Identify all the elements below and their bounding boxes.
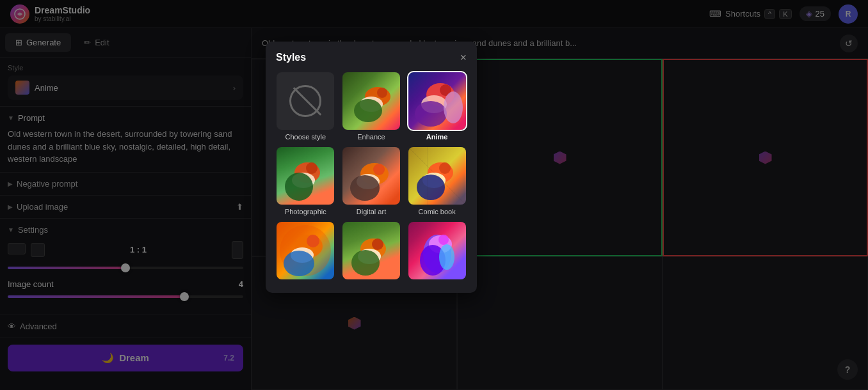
svg-point-28 — [307, 235, 319, 247]
style-item-comic-img — [408, 147, 466, 205]
style-item-digital-art[interactable]: Digital art — [342, 147, 401, 215]
style-item-anime[interactable]: Anime — [407, 72, 467, 141]
svg-point-17 — [350, 175, 380, 201]
svg-point-29 — [284, 251, 314, 276]
style-item-row2-1[interactable] — [276, 222, 335, 283]
style-item-comic-label: Comic book — [419, 208, 456, 215]
no-style-icon — [289, 85, 321, 117]
modal-title: Styles — [276, 52, 306, 63]
style-item-row2-3[interactable] — [407, 222, 467, 283]
styles-grid: Choose style Enhance — [276, 72, 467, 283]
svg-point-33 — [351, 250, 380, 276]
style-item-photographic-img — [277, 147, 334, 205]
svg-point-8 — [415, 101, 447, 127]
svg-point-16 — [373, 164, 385, 175]
style-item-row2-2-img — [342, 222, 400, 279]
style-item-photographic-label: Photographic — [285, 208, 326, 215]
svg-point-3 — [377, 88, 387, 98]
svg-point-13 — [285, 173, 313, 201]
modal-header: Styles × — [276, 52, 467, 63]
style-item-digital-img — [342, 147, 400, 205]
modal-close-button[interactable]: × — [460, 52, 467, 63]
style-item-photographic[interactable]: Photographic — [276, 147, 335, 215]
style-item-enhance[interactable]: Enhance — [342, 72, 401, 141]
svg-point-21 — [439, 162, 451, 174]
style-item-enhance-label: Enhance — [357, 133, 385, 141]
style-item-enhance-img — [342, 72, 400, 130]
choose-style-thumb — [277, 72, 334, 130]
style-item-row2-1-img — [277, 222, 334, 279]
style-item-row2-2[interactable] — [342, 222, 401, 283]
style-item-anime-label: Anime — [426, 133, 448, 141]
styles-modal: Styles × Choose style — [266, 42, 477, 293]
style-item-choose-label: Choose style — [285, 133, 326, 141]
svg-point-4 — [354, 99, 382, 122]
svg-point-32 — [372, 238, 383, 250]
svg-point-38 — [439, 244, 454, 270]
style-item-anime-img — [408, 72, 466, 130]
style-item-row2-3-img — [408, 222, 466, 279]
style-item-choose[interactable]: Choose style — [276, 72, 335, 141]
svg-point-9 — [444, 91, 463, 123]
style-item-comic-book[interactable]: Comic book — [407, 147, 467, 215]
svg-point-22 — [417, 175, 445, 200]
svg-point-12 — [306, 162, 317, 174]
modal-overlay: Styles × Choose style — [0, 0, 868, 390]
style-item-digital-label: Digital art — [357, 208, 386, 215]
svg-point-36 — [438, 235, 449, 245]
